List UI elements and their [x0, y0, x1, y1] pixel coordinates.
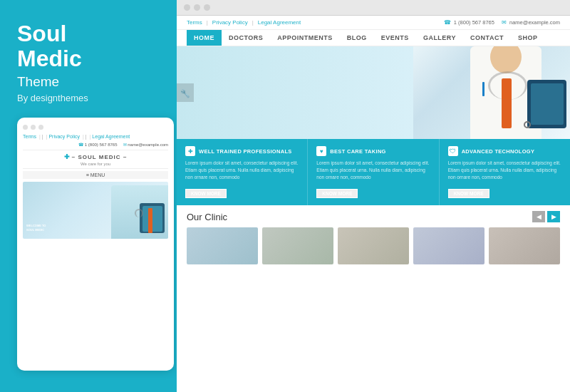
feature-title-2: BEST CARE TAKING	[330, 148, 385, 155]
features-section: ✚ WELL TRAINED PROFESSIONALS Lorem ipsum…	[177, 139, 570, 205]
feature-icon-3: 🛡	[448, 146, 458, 156]
left-panel: Soul Medic Theme By designthemes Terms |…	[0, 0, 177, 392]
nav-item-doctors[interactable]: DOCTORS	[222, 30, 270, 46]
phone-icon: ☎	[444, 19, 451, 26]
website-content: Terms | Privacy Policy | Legal Agreement…	[177, 16, 570, 392]
topbar-email: ✉ name@example.com	[502, 19, 560, 26]
nav-item-home[interactable]: HOME	[187, 30, 222, 46]
feature-title-3: ADVANCED TECHNOLOGY	[462, 148, 535, 155]
nav-item-blog[interactable]: BLOG	[340, 30, 374, 46]
site-topbar: Terms | Privacy Policy | Legal Agreement…	[177, 16, 570, 30]
clinic-image-1	[187, 227, 258, 264]
feature-btn-2[interactable]: KNOW MORE	[316, 189, 358, 198]
topbar-legal-link[interactable]: Legal Agreement	[258, 19, 301, 26]
topbar-privacy-link[interactable]: Privacy Policy	[212, 19, 248, 26]
feature-header-1: ✚ WELL TRAINED PROFESSIONALS	[185, 146, 299, 156]
clinic-image-5	[489, 227, 560, 264]
nav-item-contact[interactable]: CONTACT	[463, 30, 511, 46]
mockup-logo: ✚ ~ SOUL MEDIC ~	[23, 153, 168, 160]
brand-title: Soul Medic	[17, 21, 160, 71]
feature-header-3: 🛡 ADVANCED TECHNOLOGY	[448, 146, 561, 156]
doctor-pen	[482, 82, 484, 96]
feature-icon-1: ✚	[185, 146, 195, 156]
site-nav: HOME DOCTORS APPOINTMENTS BLOG EVENTS GA…	[177, 30, 570, 46]
brand-by: By designthemes	[17, 93, 160, 103]
mockup-browser-dots	[23, 125, 168, 130]
doctor-tablet	[527, 80, 566, 128]
browser-chrome	[177, 0, 570, 16]
nav-item-gallery[interactable]: GALLERY	[416, 30, 463, 46]
mockup-menu-bar: ≡ MENU	[23, 171, 168, 179]
topbar-contact: ☎ 1 (800) 567 8765 ✉ name@example.com	[444, 19, 560, 26]
browser-dot-1	[184, 4, 190, 11]
our-clinic-title: Our Clinic	[187, 212, 227, 222]
mockup-contact-bar: ☎ 1 (800) 567 8765 ✉ name@example.com	[23, 142, 168, 147]
feature-body-2: Lorem ipsum dolor sit amet, consectetur …	[316, 160, 430, 180]
topbar-phone: ☎ 1 (800) 567 8765	[444, 19, 494, 26]
feature-btn-3[interactable]: KNOW MORE	[448, 189, 489, 198]
feature-title-1: WELL TRAINED PROFESSIONALS	[199, 148, 292, 155]
clinic-images	[187, 227, 560, 264]
hero-tool-button[interactable]: 🔧	[177, 83, 194, 102]
email-icon: ✉	[502, 19, 507, 26]
topbar-links: Terms | Privacy Policy | Legal Agreement	[187, 19, 301, 26]
clinic-image-2	[262, 227, 333, 264]
feature-body-1: Lorem ipsum dolor sit amet, consectetur …	[185, 160, 299, 180]
feature-btn-1[interactable]: KNOW MORE	[185, 189, 227, 198]
browser-dot-2	[194, 4, 200, 11]
mockup-nav-bar: Terms | Privacy Policy | Legal Agreement	[23, 134, 168, 139]
feature-body-3: Lorem ipsum dolor sit amet, consectetur …	[448, 160, 561, 180]
nav-item-appointments[interactable]: APPOINTMENTS	[270, 30, 340, 46]
site-hero: 🔧	[177, 46, 570, 139]
right-panel: Terms | Privacy Policy | Legal Agreement…	[177, 0, 570, 392]
clinic-image-4	[413, 227, 484, 264]
feature-card-professionals: ✚ WELL TRAINED PROFESSIONALS Lorem ipsum…	[177, 139, 308, 205]
clinic-image-3	[338, 227, 409, 264]
browser-dot-3	[204, 4, 210, 11]
clinic-prev-button[interactable]: ◀	[532, 211, 545, 222]
feature-icon-2: ♥	[316, 146, 326, 156]
our-clinic-header: Our Clinic ◀ ▶	[187, 211, 560, 222]
doctor-stethoscope	[488, 71, 527, 100]
our-clinic-section: Our Clinic ◀ ▶	[177, 205, 570, 392]
mobile-mockup: Terms | Privacy Policy | Legal Agreement…	[17, 118, 174, 371]
nav-item-shop[interactable]: SHOP	[511, 30, 545, 46]
clinic-next-button[interactable]: ▶	[547, 211, 560, 222]
feature-header-2: ♥ BEST CARE TAKING	[316, 146, 430, 156]
nav-item-events[interactable]: EVENTS	[374, 30, 416, 46]
hero-image-area	[177, 46, 570, 139]
feature-card-care: ♥ BEST CARE TAKING Lorem ipsum dolor sit…	[308, 139, 439, 205]
clinic-nav-buttons: ◀ ▶	[532, 211, 560, 222]
brand-subtitle: Theme	[17, 74, 160, 90]
topbar-terms-link[interactable]: Terms	[187, 19, 202, 26]
feature-card-technology: 🛡 ADVANCED TECHNOLOGY Lorem ipsum dolor …	[440, 139, 570, 205]
mockup-hero: WELCOME TOSOUL MEDIC	[23, 182, 168, 239]
stethoscope-head	[524, 121, 531, 128]
mockup-tagline: We care for you	[23, 162, 168, 166]
